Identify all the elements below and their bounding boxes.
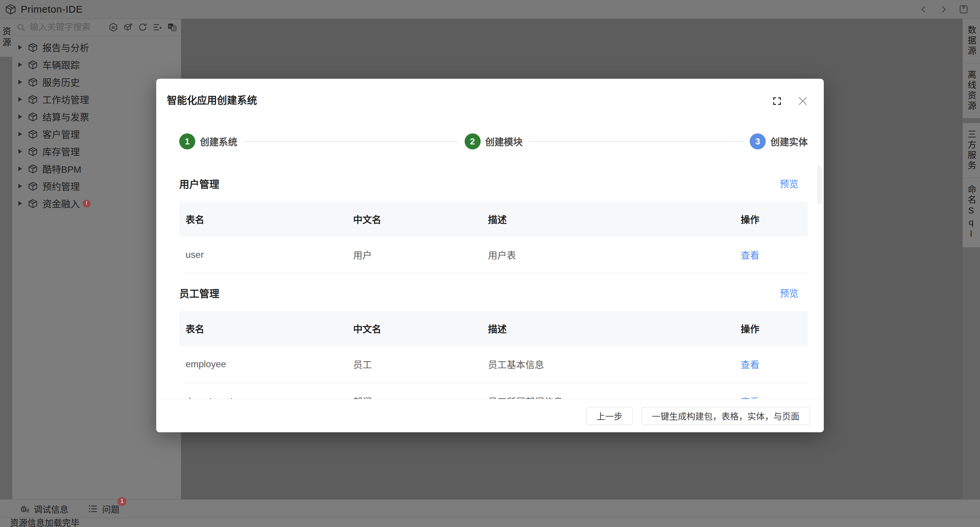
table-header-row: 表名 中文名 描述 操作	[179, 311, 808, 346]
tree-item[interactable]: 酷特BPM	[12, 160, 181, 178]
ai-icon[interactable]	[108, 22, 118, 32]
entity-section-employee: 员工管理 预览 表名 中文名 描述 操作 employee 员工 员工基本信息 …	[179, 285, 808, 399]
tree-item[interactable]: 工作坊管理	[12, 91, 181, 108]
package-icon	[28, 146, 38, 157]
tree-item[interactable]: 库存管理	[12, 143, 181, 160]
rail-tab-named-sql[interactable]: 命名Sql	[963, 178, 980, 248]
entity-section-user: 用户管理 预览 表名 中文名 描述 操作 user 用户 用户表 查看	[179, 175, 808, 273]
dialog-body: 1 创建系统 2 创建模块 3 创建实体 用户管理 预览	[179, 133, 808, 399]
add-package-icon[interactable]	[123, 22, 133, 32]
bottom-toolbar: 调试信息 问题 1	[0, 499, 980, 517]
tree-item[interactable]: 资金融入!	[12, 195, 181, 212]
cell-description: 用户表	[482, 237, 734, 273]
tree-item-label: 资金融入	[42, 197, 80, 210]
tree-item-label: 酷特BPM	[42, 162, 81, 175]
cell-cn-name: 用户	[347, 237, 482, 273]
tree-item[interactable]: 结算与发票	[12, 108, 181, 125]
step-connector	[244, 141, 458, 142]
rail-tab-datasource[interactable]: 数据源	[963, 19, 980, 63]
rail-tab-offline-resources[interactable]: 离线资源	[963, 63, 980, 118]
package-icon	[28, 129, 38, 140]
tree-item[interactable]: 车辆跟踪	[12, 56, 181, 73]
app-title: Primeton-IDE	[21, 4, 83, 15]
left-rail: 资源	[0, 19, 12, 499]
tree-item[interactable]: 服务历史	[12, 73, 181, 91]
section-header: 用户管理 预览	[179, 175, 808, 192]
rail-divider	[963, 118, 980, 123]
caret-icon	[18, 201, 22, 206]
caret-icon	[18, 132, 22, 137]
tree-item-label: 客户管理	[42, 127, 80, 141]
view-link[interactable]: 查看	[741, 357, 759, 371]
preview-link[interactable]: 预览	[780, 286, 799, 300]
debug-info-tab[interactable]: 调试信息	[19, 503, 68, 515]
right-rail: 数据源 离线资源 三方服务 命名Sql	[963, 19, 980, 499]
save-icon[interactable]	[959, 4, 969, 14]
section-title: 用户管理	[179, 176, 219, 191]
cell-table-name: department	[179, 383, 347, 399]
forward-icon[interactable]	[939, 4, 949, 14]
package-icon	[28, 198, 38, 209]
error-badge: !	[83, 200, 91, 208]
package-icon	[28, 164, 38, 174]
column-header: 表名	[179, 202, 347, 237]
caret-icon	[18, 114, 22, 119]
status-bar: 资源信息加载完毕	[0, 517, 980, 527]
close-icon[interactable]	[796, 95, 809, 107]
search-row	[12, 19, 181, 36]
previous-step-button[interactable]: 上一步	[586, 407, 633, 425]
package-icon	[28, 181, 38, 192]
rail-tab-thirdparty-services[interactable]: 三方服务	[963, 123, 980, 178]
tree-item-label: 结算与发票	[42, 110, 89, 124]
step-number: 3	[750, 133, 766, 149]
column-header: 操作	[734, 311, 808, 346]
search-input[interactable]	[29, 22, 108, 33]
caret-icon	[18, 45, 22, 50]
generate-all-button[interactable]: 一键生成构建包，表格，实体，与页面	[641, 407, 810, 425]
package-icon	[28, 94, 38, 105]
refresh-icon[interactable]	[138, 22, 148, 32]
column-header: 中文名	[347, 202, 482, 237]
dialog-title: 智能化应用创建系统	[167, 92, 257, 107]
status-message: 资源信息加载完毕	[10, 518, 80, 527]
column-header: 操作	[734, 202, 808, 237]
translate-icon[interactable]	[167, 22, 177, 32]
back-icon[interactable]	[919, 4, 929, 14]
problems-count-badge: 1	[118, 497, 127, 506]
table-header-row: 表名 中文名 描述 操作	[179, 202, 808, 237]
search-icon	[16, 23, 26, 32]
package-icon	[28, 60, 38, 70]
problems-tab[interactable]: 问题 1	[88, 503, 119, 515]
entity-table: 表名 中文名 描述 操作 employee 员工 员工基本信息 查看 depar…	[179, 311, 808, 399]
tree-item[interactable]: 客户管理	[12, 125, 181, 143]
cell-cn-name: 员工	[347, 346, 482, 383]
table-row: department 部门 员工所属部门信息 查看	[179, 383, 808, 399]
step-number: 1	[179, 133, 195, 149]
step-create-module: 2 创建模块	[465, 133, 750, 149]
collapse-list-icon[interactable]	[153, 22, 162, 32]
tree-item-label: 报告与分析	[42, 41, 89, 54]
tree-item[interactable]: 预约管理	[12, 178, 181, 195]
table-row: employee 员工 员工基本信息 查看	[179, 346, 808, 383]
step-create-system: 1 创建系统	[179, 133, 465, 149]
caret-icon	[18, 184, 22, 189]
caret-icon	[18, 149, 22, 154]
topbar-nav	[919, 0, 969, 19]
section-title: 员工管理	[179, 286, 219, 300]
caret-icon	[18, 167, 22, 171]
caret-icon	[18, 97, 22, 102]
column-header: 中文名	[347, 311, 482, 346]
cell-table-name: user	[179, 237, 347, 273]
preview-link[interactable]: 预览	[780, 177, 799, 190]
rail-tab-resources[interactable]: 资源	[0, 19, 12, 57]
cell-description: 员工所属部门信息	[482, 383, 734, 399]
dialog-scrollbar-thumb[interactable]	[817, 165, 822, 205]
tree-item-label: 库存管理	[42, 145, 80, 158]
tree-item[interactable]: 报告与分析	[12, 39, 181, 56]
step-label: 创建模块	[485, 135, 523, 148]
view-link[interactable]: 查看	[741, 248, 759, 262]
view-link[interactable]: 查看	[741, 395, 759, 399]
fullscreen-icon[interactable]	[772, 96, 782, 106]
debug-info-label: 调试信息	[34, 503, 68, 515]
problems-label: 问题	[102, 503, 119, 515]
